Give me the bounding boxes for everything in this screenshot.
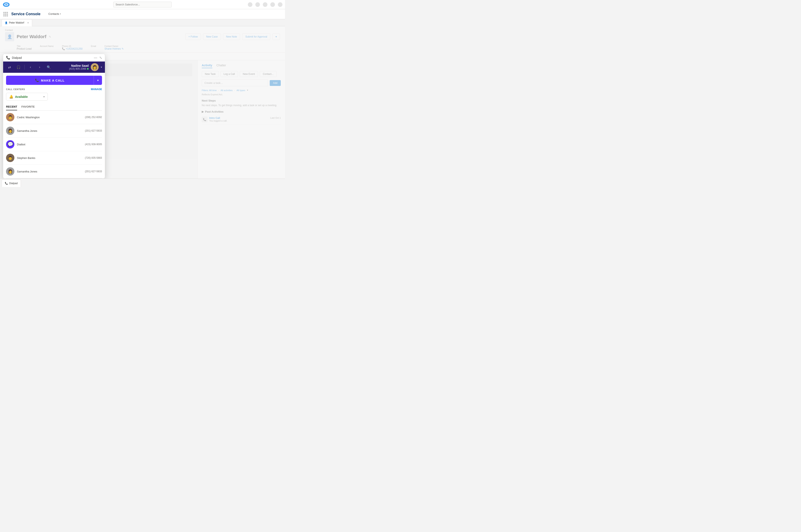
- follow-button[interactable]: + Follow: [185, 34, 201, 40]
- salesforce-logo: [2, 1, 10, 8]
- contact-item-3[interactable]: 👨 Stephen Banks (720) 835-5883: [6, 151, 102, 165]
- dialpad-titlebar: 📞 Dialpad — ⤡: [3, 54, 105, 61]
- contact-phone-0: (208) 252-6092: [85, 116, 102, 119]
- contact-item-4[interactable]: 👩 Samantha Jones (201) 627-5833: [6, 165, 102, 178]
- dialpad-user-text: Nadine Saad (415) 805-2066: [69, 64, 89, 70]
- field-owner-value[interactable]: Shane Holmes ✎: [104, 48, 124, 50]
- past-activity-item-0: 📞 Intro Call You logged a call. Last Oct…: [202, 115, 281, 124]
- global-search-input[interactable]: [113, 2, 172, 7]
- help-icon[interactable]: [263, 2, 267, 7]
- contact-avatar-0: 👨: [6, 113, 14, 121]
- next-steps-title: Next Steps: [202, 99, 281, 102]
- record-breadcrumb: Contact: [5, 29, 280, 31]
- call-centers-header: CALL CENTERS MANAGE: [6, 88, 102, 91]
- dialpad-user-phone: (415) 805-2066: [69, 68, 89, 70]
- contact-tab-icon: 👤: [5, 21, 8, 24]
- online-status-dot: [87, 68, 89, 70]
- reflects-row: Reflects Expired Act.: [202, 93, 281, 96]
- contact-avatar-3: 👨: [6, 154, 14, 162]
- setup-icon[interactable]: [255, 2, 260, 7]
- user-avatar[interactable]: [278, 2, 282, 7]
- contact-item-0[interactable]: 👨 Cedric Washington (208) 252-6092: [6, 111, 102, 124]
- status-dropdown[interactable]: 🔔 Available ▾: [6, 93, 48, 100]
- dialpad-title-text: Dialpad: [12, 56, 22, 59]
- call-centers-label: CALL CENTERS: [6, 88, 25, 91]
- record-name-row: 👤 Peter Waldorf ✎ + Follow New Case New …: [5, 32, 280, 41]
- top-nav-icons: [248, 2, 282, 7]
- record-edit-icon: ✎: [49, 35, 51, 38]
- filters-row: Filters: All time · All activities · All…: [202, 89, 281, 92]
- bottom-tab-dialpad[interactable]: 📞 Dialpad: [2, 179, 21, 187]
- field-phone-value[interactable]: 📞 +14154221250: [62, 48, 82, 50]
- filter-allactivities[interactable]: All activities: [221, 89, 233, 92]
- dialpad-forward-icon[interactable]: ›: [36, 64, 43, 71]
- contact-item-1[interactable]: 👩 Samantha Jones (201) 627-5833: [6, 124, 102, 138]
- new-note-button[interactable]: New Note: [223, 34, 240, 40]
- nav-separator: [24, 65, 25, 70]
- more-actions-button[interactable]: ▾: [272, 34, 280, 40]
- nav-tab-contacts[interactable]: Contacts ▾: [45, 9, 64, 19]
- field-phone: Phone (2) 📞 +14154221250: [62, 45, 82, 50]
- contact-name-1: Samantha Jones: [17, 129, 37, 132]
- new-event-button[interactable]: New Event: [240, 71, 258, 77]
- add-task-button[interactable]: Add: [270, 80, 281, 86]
- make-call-row: 📞 MAKE A CALL ▾: [3, 73, 105, 88]
- make-call-button[interactable]: 📞 MAKE A CALL: [6, 76, 94, 85]
- status-text: Available: [15, 95, 42, 98]
- right-column: Activity Chatter New Task Log a Call New…: [197, 60, 285, 188]
- create-task-input[interactable]: [202, 79, 268, 86]
- dialpad-swap-icon[interactable]: ⇄: [6, 64, 13, 71]
- contact-avatar-4: 👩: [6, 167, 14, 176]
- dialpad-search-icon[interactable]: 🔍: [45, 64, 52, 71]
- contact-list: 👨 Cedric Washington (208) 252-6092 👩 Sam…: [3, 111, 105, 178]
- manage-link[interactable]: MANAGE: [91, 88, 102, 91]
- new-task-button[interactable]: New Task: [202, 71, 219, 77]
- sub-tab-label: Peter Waldorf: [9, 21, 24, 24]
- next-steps-empty: No next steps. To get things moving, add…: [202, 104, 281, 107]
- dialpad-nav-bar: ⇄ 🎧 ‹ › 🔍 Nadine Saad (415) 805-2066 👩 ▾: [3, 61, 105, 73]
- record-actions: + Follow New Case New Note Submit for Ap…: [185, 34, 280, 40]
- notifications-icon[interactable]: [270, 2, 275, 7]
- new-case-button[interactable]: New Case: [203, 34, 221, 40]
- record-fields: Title Product Lead Account Name Phone (2…: [5, 43, 280, 52]
- activity-tab-activity[interactable]: Activity: [202, 63, 212, 68]
- recent-tabs: RECENT FAVORITE: [3, 102, 105, 110]
- field-title-value: Product Lead: [17, 48, 32, 50]
- field-title-label: Title: [17, 45, 32, 48]
- sub-tab-close-button[interactable]: ✕: [27, 21, 29, 24]
- call-centers-section: CALL CENTERS MANAGE 🔔 Available ▾: [3, 88, 105, 102]
- contact-item-2[interactable]: 💬 Dialbot (415) 938-9005: [6, 138, 102, 151]
- activity-tabs: Activity Chatter: [202, 63, 281, 68]
- contact-phone-1: (201) 627-5833: [85, 129, 102, 132]
- sub-tab-peter-waldorf[interactable]: 👤 Peter Waldorf ✕: [2, 19, 32, 26]
- activity-icon-call: 📞: [202, 117, 208, 122]
- dialpad-minimize-button[interactable]: —: [94, 56, 97, 60]
- activity-tab-chatter[interactable]: Chatter: [216, 63, 226, 68]
- make-call-dropdown-button[interactable]: ▾: [94, 76, 102, 85]
- contact-name-4: Samantha Jones: [17, 170, 37, 173]
- activity-buttons: New Task Log a Call New Event Contact...: [202, 71, 281, 77]
- dialpad-user-avatar[interactable]: 👩: [91, 63, 99, 71]
- field-email-label: Email: [91, 45, 96, 48]
- activity-title[interactable]: Intro Call: [209, 117, 227, 119]
- phone-utility-icon[interactable]: [248, 2, 252, 7]
- submit-approval-button[interactable]: Submit for Approval: [242, 34, 270, 40]
- dialpad-back-icon[interactable]: ‹: [27, 64, 34, 71]
- record-header: Contact 👤 Peter Waldorf ✎ + Follow New C…: [0, 26, 285, 53]
- filter-alltime[interactable]: Filters: All time: [202, 89, 217, 92]
- dialpad-headset-icon[interactable]: 🎧: [15, 64, 22, 71]
- dialpad-user-info: Nadine Saad (415) 805-2066 👩 ▾: [69, 63, 102, 71]
- filter-alltypes[interactable]: All types: [236, 89, 245, 92]
- log-call-button[interactable]: Log a Call: [221, 71, 238, 77]
- field-email: Email: [91, 45, 96, 50]
- contact-button[interactable]: Contact...: [260, 71, 276, 77]
- recent-tab-favorite[interactable]: FAVORITE: [21, 105, 35, 110]
- recent-tab-recent[interactable]: RECENT: [6, 105, 17, 110]
- dialpad-user-caret[interactable]: ▾: [101, 66, 102, 69]
- app-switcher-icon[interactable]: [3, 12, 8, 17]
- field-title: Title Product Lead: [17, 45, 32, 50]
- activity-subtitle: You logged a call.: [209, 119, 227, 122]
- dialpad-expand-button[interactable]: ⤡: [99, 56, 102, 60]
- bottom-bar: 📞 Dialpad: [0, 178, 285, 188]
- contact-name-3: Stephen Banks: [17, 156, 35, 159]
